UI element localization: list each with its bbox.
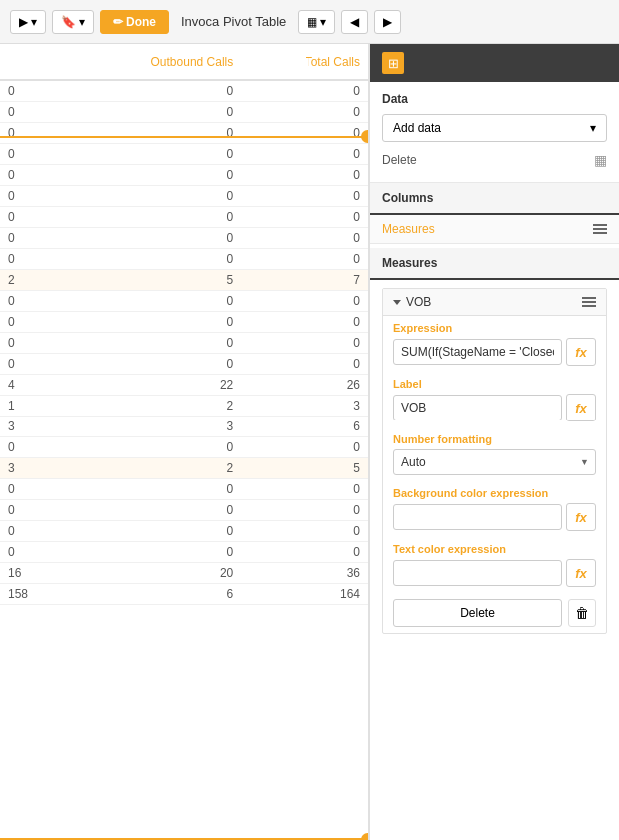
bookmark-icon: 🔖 (61, 15, 76, 29)
bookmark-button[interactable]: 🔖 ▾ (52, 10, 94, 34)
cell-21-0: 0 (0, 521, 65, 542)
text-color-input-row: fx (393, 559, 596, 587)
bg-color-group: Background color expression fx (383, 481, 606, 537)
cell-0-1: 0 (65, 80, 242, 102)
cell-8-1: 0 (65, 249, 242, 270)
cell-11-2: 0 (241, 312, 368, 333)
cell-22-1: 0 (65, 542, 242, 563)
cell-6-0: 0 (0, 207, 65, 228)
bg-color-fx-button[interactable]: fx (566, 503, 596, 531)
orange-dot-bottom (361, 833, 369, 840)
table-scroll[interactable]: Outbound Calls Total Calls 0000000000000… (0, 44, 368, 840)
table-row: 000 (0, 249, 368, 270)
cell-13-1: 0 (65, 354, 242, 375)
cell-1-0: 0 (0, 102, 65, 123)
label-input[interactable] (393, 395, 562, 420)
table-row: 000 (0, 228, 368, 249)
table-row: 000 (0, 144, 368, 165)
data-section: Data Add data ▾ Delete ▦ (370, 82, 619, 183)
vob-collapse-icon[interactable] (393, 300, 401, 305)
cell-7-1: 0 (65, 228, 242, 249)
text-color-input[interactable] (393, 560, 562, 586)
cell-10-0: 0 (0, 291, 65, 312)
columns-item-measures-label: Measures (382, 222, 435, 236)
table-row: 000 (0, 207, 368, 228)
col-header-1 (0, 44, 65, 80)
number-formatting-select[interactable]: Auto Number Percent (393, 449, 596, 475)
table-row: 123 (0, 396, 368, 417)
data-table: Outbound Calls Total Calls 0000000000000… (0, 44, 368, 605)
cell-11-1: 0 (65, 312, 242, 333)
vob-delete-button[interactable]: Delete (393, 599, 562, 627)
add-data-label: Add data (393, 121, 441, 135)
cell-0-2: 0 (241, 80, 368, 102)
table-row: 000 (0, 500, 368, 521)
cell-17-1: 0 (65, 437, 242, 458)
table-row: 000 (0, 123, 368, 144)
bg-color-label: Background color expression (393, 487, 596, 499)
panel-header: ⊞ (370, 44, 619, 82)
cell-14-2: 26 (241, 375, 368, 396)
cell-20-0: 0 (0, 500, 65, 521)
edit-icon: ✏ (113, 15, 123, 29)
table-area: Outbound Calls Total Calls 0000000000000… (0, 44, 369, 840)
table-row: 000 (0, 312, 368, 333)
chart-dropdown-icon: ▾ (320, 15, 326, 29)
table-row: 000 (0, 165, 368, 186)
cell-22-2: 0 (241, 542, 368, 563)
done-button[interactable]: ✏ Done (100, 10, 169, 34)
columns-item[interactable]: Measures (370, 215, 619, 244)
presentation-icon: ▶ (19, 15, 28, 29)
cell-18-2: 5 (241, 458, 368, 479)
cell-2-0: 0 (0, 123, 65, 144)
expression-input[interactable] (393, 339, 562, 365)
table-row: 000 (0, 186, 368, 207)
table-row: 000 (0, 80, 368, 102)
vob-delete-label: Delete (460, 606, 495, 620)
cell-15-0: 1 (0, 396, 65, 417)
next-button[interactable]: ▶ (374, 10, 401, 34)
cell-1-2: 0 (241, 102, 368, 123)
trash-symbol: 🗑 (575, 605, 589, 621)
label-input-row: fx (393, 394, 596, 421)
cell-3-2: 0 (241, 144, 368, 165)
columns-menu-icon[interactable] (593, 224, 607, 234)
table-row: 000 (0, 437, 368, 458)
presentation-button[interactable]: ▶ ▾ (10, 10, 46, 34)
cell-4-1: 0 (65, 165, 242, 186)
expression-fx-button[interactable]: fx (566, 338, 596, 366)
cell-16-0: 3 (0, 417, 65, 437)
columns-label: Columns (382, 191, 433, 205)
toolbar-dropdown-icon: ▾ (31, 15, 37, 29)
right-panel: ⊞ Data Add data ▾ Delete ▦ Columns Measu… (369, 44, 619, 840)
bg-color-input[interactable] (393, 504, 562, 530)
table-row: 1586164 (0, 584, 368, 605)
number-formatting-row: Auto Number Percent (393, 449, 596, 475)
delete-grid-icon: ▦ (594, 152, 607, 168)
add-data-button[interactable]: Add data ▾ (382, 114, 607, 142)
vob-title-label: VOB (406, 295, 431, 309)
cell-12-0: 0 (0, 333, 65, 354)
cell-24-0: 158 (0, 584, 65, 605)
vob-delete-row: Delete 🗑 (383, 593, 606, 633)
cell-19-1: 0 (65, 479, 242, 500)
cell-16-1: 3 (65, 417, 242, 437)
table-row: 42226 (0, 375, 368, 396)
text-fx-icon: fx (575, 566, 587, 581)
label-fx-button[interactable]: fx (566, 394, 596, 421)
cell-6-1: 0 (65, 207, 242, 228)
vob-menu-icon[interactable] (582, 297, 596, 307)
table-row: 000 (0, 354, 368, 375)
col-header-total: Total Calls (241, 44, 368, 80)
cell-10-1: 0 (65, 291, 242, 312)
chart-type-button[interactable]: ▦ ▾ (298, 10, 335, 34)
col-header-outbound: Outbound Calls (65, 44, 242, 80)
trash-icon[interactable]: 🗑 (568, 599, 596, 627)
text-color-fx-button[interactable]: fx (566, 559, 596, 587)
prev-button[interactable]: ◀ (341, 10, 368, 34)
cell-3-1: 0 (65, 144, 242, 165)
columns-header: Columns (370, 183, 619, 215)
measures-header: Measures (370, 248, 619, 280)
orange-border-top (0, 136, 368, 138)
toolbar: ▶ ▾ 🔖 ▾ ✏ Done Invoca Pivot Table ▦ ▾ ◀ … (0, 0, 619, 44)
